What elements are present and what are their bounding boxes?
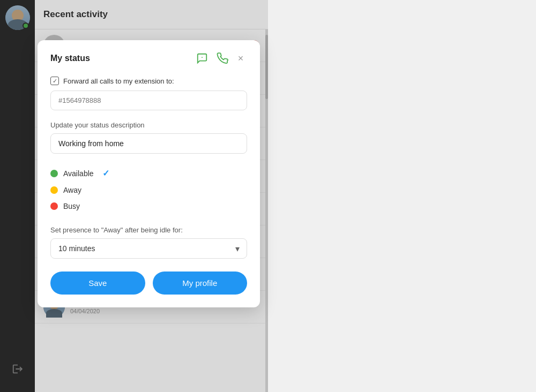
phone-input[interactable] xyxy=(50,91,247,110)
available-dot xyxy=(50,170,58,177)
status-input[interactable] xyxy=(50,133,247,154)
idle-select-wrapper: 5 minutes 10 minutes 15 minutes 30 minut… xyxy=(50,238,247,259)
forward-calls-checkbox[interactable] xyxy=(50,77,59,85)
modal-header: My status × xyxy=(50,51,247,66)
available-label: Available xyxy=(63,169,94,178)
forward-calls-row: Forward all calls to my extension to: xyxy=(50,77,247,85)
status-modal: My status × Forward all calls to my exte… xyxy=(38,40,260,307)
forward-calls-label: Forward all calls to my extension to: xyxy=(63,77,174,85)
idle-select[interactable]: 5 minutes 10 minutes 15 minutes 30 minut… xyxy=(50,238,247,259)
selected-checkmark: ✓ xyxy=(102,168,109,178)
presence-busy[interactable]: Busy xyxy=(50,198,247,214)
modal-title: My status xyxy=(50,54,195,63)
away-dot xyxy=(50,186,58,194)
svg-point-0 xyxy=(202,57,203,58)
status-desc-section: Update your status description xyxy=(50,121,247,154)
presence-available[interactable]: Available ✓ xyxy=(50,164,247,182)
forward-calls-section: Forward all calls to my extension to: xyxy=(50,77,247,110)
save-button[interactable]: Save xyxy=(50,272,145,295)
right-panel xyxy=(268,0,536,392)
my-profile-button[interactable]: My profile xyxy=(153,272,248,295)
phone-icon[interactable] xyxy=(215,51,230,66)
idle-section: Set presence to "Away" after being idle … xyxy=(50,226,247,259)
presence-away[interactable]: Away xyxy=(50,182,247,198)
modal-icons xyxy=(195,51,230,66)
busy-dot xyxy=(50,202,58,210)
chat-icon[interactable] xyxy=(195,51,210,66)
away-label: Away xyxy=(63,186,81,194)
busy-label: Busy xyxy=(63,202,80,210)
presence-section: Available ✓ Away Busy xyxy=(50,164,247,214)
close-button[interactable]: × xyxy=(234,52,247,65)
modal-buttons: Save My profile xyxy=(50,272,247,295)
idle-label: Set presence to "Away" after being idle … xyxy=(50,226,247,234)
status-desc-label: Update your status description xyxy=(50,121,247,129)
